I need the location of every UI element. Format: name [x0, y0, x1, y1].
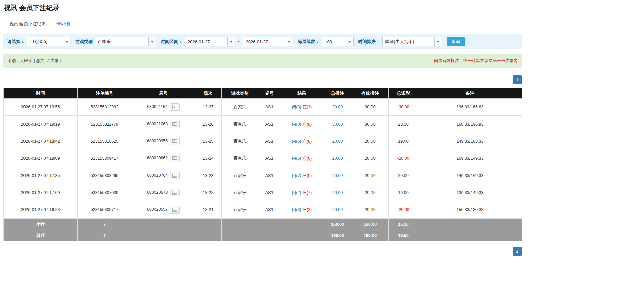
- cell-remark: 168.33/196.83: [418, 116, 522, 133]
- caret-down-icon: [230, 41, 233, 43]
- total-bet-link[interactable]: 20.00: [332, 190, 343, 195]
- cell-bet-id: 523155312992: [78, 99, 132, 116]
- date-from-dropdown-button[interactable]: [227, 37, 235, 46]
- summary-bar: 币别：人民币 | 总共 :7 注单 | 同局有效投注，统一计算在该局第一张注单内: [3, 54, 522, 68]
- cell-time: 2026-01-27 07:17:00: [4, 184, 78, 201]
- cell-result: 闲(5)庄(8): [281, 133, 323, 150]
- round-result-image-button[interactable]: [170, 189, 180, 196]
- tab-betting-records[interactable]: 视讯 会员下注纪录: [4, 18, 51, 30]
- cell-table-no: AS1: [258, 201, 281, 219]
- cell-payout: -30.00: [389, 99, 418, 116]
- cell-game-type: 百家乐: [222, 116, 258, 133]
- header-game-type: 游戏类别: [222, 88, 258, 99]
- image-icon: [172, 139, 177, 143]
- cell-time: 2026-01-27 07:17:35: [4, 167, 78, 184]
- cell-result: 闲(3)庄(2): [281, 201, 323, 219]
- cell-bet-id: 523155310525: [78, 133, 132, 150]
- header-result: 结果: [281, 88, 323, 99]
- image-icon: [172, 174, 177, 178]
- cell-time: 2026-01-27 07:19:19: [4, 116, 78, 133]
- cell-game-type: 百家乐: [222, 99, 258, 116]
- total-bet-link[interactable]: 30.00: [332, 122, 343, 127]
- cell-payout: -20.00: [389, 150, 418, 167]
- header-remark: 备注: [418, 88, 522, 99]
- caret-down-icon: [65, 41, 68, 43]
- date-to-input[interactable]: [243, 37, 286, 46]
- cell-session: 13-23: [195, 167, 222, 184]
- result-banker: 庄(0): [303, 156, 312, 161]
- cell-time: 2026-01-27 07:18:42: [4, 133, 78, 150]
- query-type-label: 请选择：: [7, 39, 25, 45]
- table-row: 2026-01-27 07:17:35 523155308265 6800207…: [4, 167, 522, 184]
- cell-payout: 20.00: [389, 167, 418, 184]
- result-player: 闲(3): [292, 105, 301, 109]
- cell-total-bet: 30.00: [323, 99, 352, 116]
- date-from-combobox: [185, 37, 235, 46]
- cell-time: 2026-01-27 07:19:55: [4, 99, 78, 116]
- total-bet-link[interactable]: 20.00: [332, 173, 343, 178]
- header-session: 场次: [195, 88, 222, 99]
- query-type-input[interactable]: [27, 37, 63, 46]
- round-result-image-button[interactable]: [170, 138, 180, 145]
- cell-payout: 19.00: [389, 133, 418, 150]
- date-from-input[interactable]: [185, 37, 227, 46]
- subtotal-payout: 16.50: [389, 219, 418, 230]
- round-result-image-button[interactable]: [170, 103, 180, 111]
- total-bet-link[interactable]: 20.00: [332, 207, 343, 212]
- cell-remark: 169.33/149.33: [418, 150, 522, 167]
- total-count: 7: [78, 230, 132, 241]
- result-player: 闲(7): [292, 173, 301, 178]
- result-banker: 庄(0): [303, 173, 312, 178]
- result-banker: 庄(7): [303, 190, 312, 195]
- cell-bet-id: 523155308265: [78, 167, 132, 184]
- page-button-1[interactable]: 1: [513, 75, 522, 84]
- page-button-1-bottom[interactable]: 1: [513, 247, 522, 256]
- total-bet-link[interactable]: 30.00: [332, 105, 343, 109]
- result-player: 闲(5): [292, 139, 301, 144]
- cell-time: 2026-01-27 07:18:09: [4, 150, 78, 167]
- header-time: 时间: [4, 88, 78, 99]
- time-sort-input[interactable]: [383, 37, 434, 46]
- round-number: 680020673: [147, 190, 168, 195]
- time-sort-dropdown-button[interactable]: [434, 37, 442, 46]
- image-icon: [172, 105, 177, 109]
- cell-valid-bet: 30.00: [352, 99, 389, 116]
- time-sort-combobox: [382, 37, 442, 46]
- cell-total-bet: 20.00: [323, 167, 352, 184]
- round-result-image-button[interactable]: [170, 121, 180, 128]
- table-row: 2026-01-27 07:16:23 523155305717 6800205…: [4, 201, 522, 219]
- game-type-dropdown-button[interactable]: [148, 37, 156, 46]
- tab-bb-tip[interactable]: BB小费: [51, 18, 76, 30]
- round-result-image-button[interactable]: [170, 155, 180, 162]
- page-size-input[interactable]: [322, 37, 346, 46]
- cell-round: 680020557: [132, 201, 195, 219]
- time-sort-label: 时间排序：: [358, 39, 380, 45]
- pagination-top: 1: [3, 75, 522, 84]
- round-result-image-button[interactable]: [170, 172, 180, 179]
- cell-total-bet: 30.00: [323, 116, 352, 133]
- subtotal-count: 7: [78, 219, 132, 230]
- game-type-label: 游戏类别: [75, 39, 93, 45]
- cell-total-bet: 20.00: [323, 201, 352, 219]
- date-to-dropdown-button[interactable]: [286, 37, 293, 46]
- search-button[interactable]: 查询: [447, 37, 465, 46]
- total-bet-link[interactable]: 20.00: [332, 156, 343, 161]
- game-type-input[interactable]: [95, 37, 148, 46]
- total-bet-link[interactable]: 20.00: [332, 139, 343, 144]
- page-size-dropdown-button[interactable]: [346, 37, 353, 46]
- cell-total-bet: 20.00: [323, 133, 352, 150]
- image-icon: [172, 122, 177, 126]
- result-banker: 庄(1): [303, 105, 312, 109]
- subtotal-label: 小计: [4, 219, 78, 230]
- round-result-image-button[interactable]: [170, 206, 180, 214]
- header-total-bet: 总投注: [323, 88, 352, 99]
- header-table-no: 桌号: [258, 88, 281, 99]
- cell-game-type: 百家乐: [222, 150, 258, 167]
- table-body: 2026-01-27 07:19:55 523155312992 6800211…: [4, 99, 522, 219]
- cell-result: 闲(7)庄(0): [281, 167, 323, 184]
- cell-table-no: AS1: [258, 167, 281, 184]
- result-player: 闲(3): [292, 207, 301, 212]
- cell-session: 13-22: [195, 184, 222, 201]
- query-type-dropdown-button[interactable]: [63, 37, 70, 46]
- header-round: 局号: [132, 88, 195, 99]
